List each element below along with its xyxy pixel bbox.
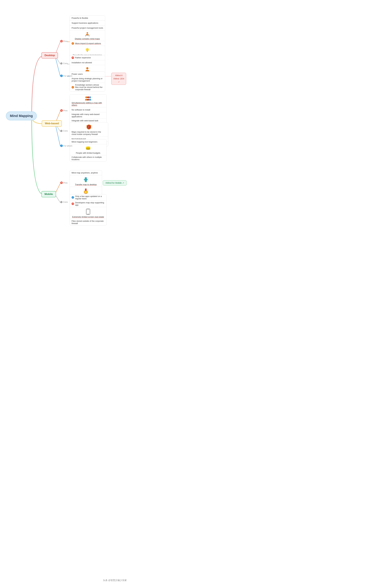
- svg-rect-15: [85, 35, 90, 36]
- svg-point-18: [86, 48, 89, 51]
- web-pros-item-1: Simultaneously editing a map with others: [70, 94, 107, 107]
- web-pros-box: Simultaneously editing a map with others…: [70, 94, 107, 125]
- mobile-cons-item-3: Extremely limited screen real estate: [70, 207, 107, 219]
- mobile-cons-dot: [60, 201, 62, 203]
- forwhom-icon: i: [60, 74, 63, 77]
- mobile-pros-item-1: Mind map anywhere, anytime: [70, 170, 102, 175]
- x-icon-2: ✕: [71, 202, 74, 205]
- desktop-cons-item-2: Installation not allowed: [70, 60, 105, 65]
- cons-dot: [60, 62, 62, 64]
- svg-rect-42: [86, 209, 90, 214]
- coins-icon: [85, 146, 91, 151]
- web-forwhom-item-1: Mind mapping tool beginners: [70, 139, 107, 144]
- svg-line-8: [55, 124, 60, 146]
- svg-line-2: [55, 55, 60, 76]
- central-label: Mind Mapping: [10, 114, 33, 118]
- svg-point-27: [85, 96, 87, 98]
- svg-point-28: [87, 96, 89, 98]
- desktop-pros-item-2: Support business applications: [70, 21, 105, 26]
- web-cons-dot: [60, 130, 62, 132]
- desktop-cons-label: Cons: [60, 62, 68, 64]
- medal-icon: [83, 188, 89, 195]
- branch-desktop: Desktop: [41, 52, 58, 59]
- svg-rect-19: [87, 51, 88, 52]
- branch-mobile: Mobile: [41, 191, 56, 197]
- desktop-cons-item-1: ✕ Rather expensive: [70, 55, 105, 60]
- web-forwhom-item-3: Collaborate with others in multiple loca…: [70, 155, 107, 161]
- web-forwhom-icon: i: [60, 145, 63, 147]
- web-forwhom-box: Mind mapping tool beginners People with …: [70, 139, 107, 162]
- mobile-pros-label: ✕ Pros: [60, 181, 68, 184]
- mobile-cons-label: Cons: [60, 201, 68, 203]
- desktop-pros-label: ✕ Pros: [60, 40, 68, 42]
- svg-line-23: [86, 48, 86, 48]
- page-container: Mind Mapping Desktop ✕ Pros Powerful & f…: [0, 0, 133, 588]
- mobile-cons-item-1: ✓ Only a few apps updated on a regular b…: [70, 194, 107, 201]
- svg-point-35: [86, 148, 90, 150]
- web-forwhom-item-2: People with limited budgets: [70, 144, 107, 155]
- mobile-cons-item-2: ✕ Developers map stop supporting app: [70, 201, 107, 207]
- web-pros-item-3: Integrate with many web-based applicatio…: [70, 112, 107, 119]
- info-icon-2: i: [71, 86, 74, 88]
- web-pros-item-2: No software to install: [70, 107, 107, 112]
- svg-line-22: [89, 48, 89, 48]
- connecting-lines: [0, 0, 133, 588]
- info-icon: i: [71, 42, 74, 45]
- xmind-mobile-badge[interactable]: XMind for Mobile ↗: [103, 180, 127, 186]
- svg-rect-20: [87, 52, 88, 52]
- svg-rect-17: [89, 36, 89, 37]
- mobile-pros-icon: ✕: [60, 181, 63, 184]
- shield-icon: ✓: [86, 124, 92, 130]
- check-icon: ✓: [71, 196, 74, 199]
- desktop-pros-item-1: Powerful & flexible: [70, 16, 105, 21]
- branch-webbased: Web-based: [42, 120, 62, 126]
- desktop-pros-item-5: i More import & export options: [70, 41, 105, 46]
- web-pros-icon: ✕: [60, 109, 63, 112]
- web-pros-label: ✕ Pros: [60, 109, 68, 112]
- footer-watermark: 头条 @智慧沙漏少东家: [103, 579, 127, 582]
- pros-icon: ✕: [60, 40, 63, 42]
- desktop-forwhom-item-2: Anyone doing strategic planning or proje…: [70, 77, 105, 83]
- mobile-cons-box: ✓ Only a few apps updated on a regular b…: [70, 194, 107, 225]
- desktop-forwhom-label: i For whom: [60, 74, 72, 77]
- desktop-forwhom-box: Power users Anyone doing strategic plann…: [70, 72, 105, 92]
- web-forwhom-label: i For whom: [60, 145, 72, 147]
- mobile-cons-item-4: Files stored outside of the corporate fi…: [70, 219, 107, 225]
- desktop-pros-item-4: Display complex mind maps: [70, 31, 105, 41]
- svg-marker-37: [84, 177, 88, 182]
- desktop-forwhom-item-3: i Knowledge workers whose files must be …: [70, 83, 105, 92]
- svg-point-13: [87, 32, 88, 34]
- mobile-pros-item-2: Transfer map to desktop: [70, 175, 102, 187]
- x-icon: ✕: [71, 56, 74, 59]
- phone-icon: [86, 209, 90, 215]
- xmind-desktop-badge[interactable]: XMind 8 XMind: ZEN ↗: [111, 73, 126, 85]
- svg-rect-43: [88, 214, 89, 214]
- people-group-icon: [85, 96, 91, 101]
- web-cons-label: Cons: [60, 130, 68, 132]
- web-cons-item-1: ✓ Maps required to be stored in the clou…: [70, 122, 108, 136]
- bulb-icon: [85, 48, 90, 53]
- svg-point-26: [86, 67, 89, 69]
- desktop-forwhom-item-1: Power users: [70, 72, 105, 77]
- svg-rect-16: [85, 36, 86, 37]
- desk-person-icon: [84, 32, 90, 37]
- desktop-pros-item-3: Powerful project management tools: [70, 26, 105, 31]
- transfer-icon: [82, 177, 89, 182]
- central-node: Mind Mapping: [6, 111, 37, 120]
- svg-text:✓: ✓: [88, 126, 90, 128]
- svg-point-29: [89, 96, 91, 98]
